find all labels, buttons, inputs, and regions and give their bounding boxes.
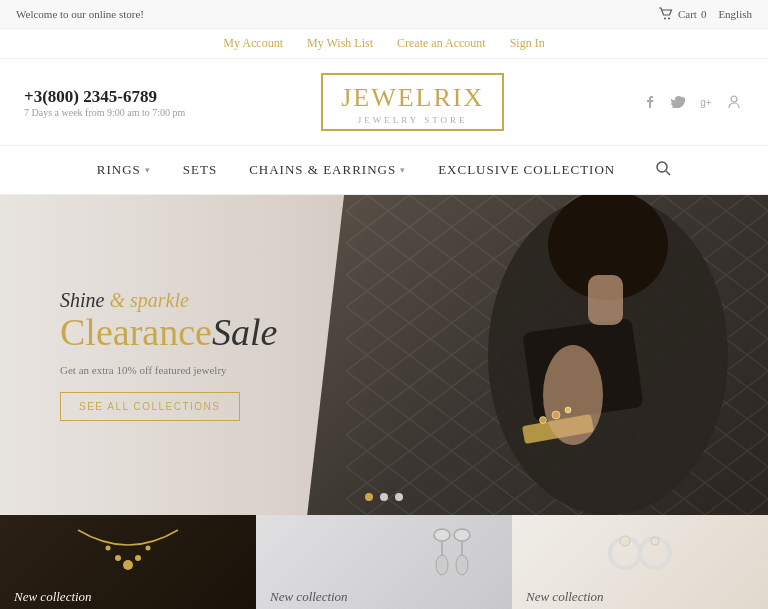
facebook-icon[interactable] <box>640 92 660 112</box>
logo-accent: RIX <box>433 83 484 112</box>
nav-exclusive-label: EXCLUSIVE COLLECTION <box>438 162 615 178</box>
hero-dot-2[interactable] <box>380 493 388 501</box>
nav-chains-earrings[interactable]: CHAINS & EARRINGS ▾ <box>249 146 406 194</box>
cart-icon <box>658 6 674 22</box>
svg-point-15 <box>123 560 133 570</box>
product-card-1-label: New collection <box>14 589 242 605</box>
cart-wrap[interactable]: Cart 0 <box>658 6 706 22</box>
svg-point-19 <box>146 546 151 551</box>
svg-point-17 <box>135 555 141 561</box>
svg-point-29 <box>651 537 659 545</box>
svg-point-3 <box>657 162 667 172</box>
logo[interactable]: JEWELRIX Jewelry store <box>321 73 504 131</box>
svg-point-16 <box>115 555 121 561</box>
svg-point-11 <box>565 407 571 413</box>
google-plus-icon[interactable]: g+ <box>696 92 716 112</box>
phone-number: +3(800) 2345-6789 <box>24 87 185 107</box>
top-bar-right: Cart 0 English <box>658 6 752 22</box>
svg-point-28 <box>620 536 630 546</box>
top-bar: Welcome to our online store! Cart 0 Engl… <box>0 0 768 29</box>
sign-in-link[interactable]: Sign In <box>510 36 545 51</box>
nav-rings[interactable]: RINGS ▾ <box>97 146 151 194</box>
svg-point-12 <box>540 417 547 424</box>
twitter-icon[interactable] <box>668 92 688 112</box>
business-hours: 7 Days a week from 9:00 am to 7:00 pm <box>24 107 185 118</box>
hero-dot-1[interactable] <box>365 493 373 501</box>
svg-point-22 <box>436 555 448 575</box>
header: +3(800) 2345-6789 7 Days a week from 9:0… <box>0 59 768 146</box>
hero-sale-word: Sale <box>212 311 277 353</box>
logo-main: JEWEL <box>341 83 433 112</box>
language-selector[interactable]: English <box>718 8 752 20</box>
ring-decoration <box>600 523 680 583</box>
cart-count: 0 <box>701 8 707 20</box>
svg-point-20 <box>434 529 450 541</box>
nav-rings-label: RINGS <box>97 162 141 178</box>
svg-point-0 <box>664 18 666 20</box>
hero-banner: Shine & sparkle ClearanceSale Get an ext… <box>0 195 768 515</box>
logo-text: JEWELRIX <box>341 83 484 113</box>
nav-chains-earrings-label: CHAINS & EARRINGS <box>249 162 396 178</box>
nav-rings-chevron: ▾ <box>145 165 151 175</box>
hero-clearance-word: Clearance <box>60 311 212 353</box>
svg-point-23 <box>454 529 470 541</box>
hero-person-silhouette <box>378 195 728 515</box>
svg-point-18 <box>106 546 111 551</box>
product-card-3[interactable]: New collection <box>512 515 768 609</box>
svg-point-10 <box>552 411 560 419</box>
hero-sparkle-text: & sparkle <box>109 289 188 311</box>
earring-decoration <box>422 520 482 590</box>
hero-content: Shine & sparkle ClearanceSale Get an ext… <box>0 289 277 421</box>
hero-dot-3[interactable] <box>395 493 403 501</box>
nav-sets[interactable]: SETS <box>183 146 217 194</box>
hero-cta-button[interactable]: SEE ALL COLLECTIONS <box>60 392 240 421</box>
svg-point-9 <box>543 345 603 445</box>
necklace-decoration <box>68 520 188 580</box>
svg-point-1 <box>668 18 670 20</box>
nav-links-bar: My Account My Wish List Create an Accoun… <box>0 29 768 59</box>
nav-exclusive[interactable]: EXCLUSIVE COLLECTION <box>438 146 615 194</box>
welcome-text: Welcome to our online store! <box>16 8 144 20</box>
social-icons: g+ <box>640 92 744 112</box>
logo-subtitle: Jewelry store <box>358 115 468 125</box>
create-account-link[interactable]: Create an Account <box>397 36 486 51</box>
product-card-2-label: New collection <box>270 589 498 605</box>
product-card-3-label: New collection <box>526 589 754 605</box>
cart-label: Cart <box>678 8 697 20</box>
user-icon[interactable] <box>724 92 744 112</box>
svg-rect-14 <box>588 275 623 325</box>
product-card-1[interactable]: New collection <box>0 515 256 609</box>
hero-shine-text: Shine & sparkle <box>60 289 277 312</box>
product-card-2[interactable]: New collection <box>256 515 512 609</box>
nav-chains-chevron: ▾ <box>400 165 406 175</box>
search-button[interactable] <box>655 160 671 180</box>
nav-sets-label: SETS <box>183 162 217 178</box>
svg-point-25 <box>456 555 468 575</box>
my-account-link[interactable]: My Account <box>223 36 283 51</box>
svg-point-2 <box>731 96 737 102</box>
wish-list-link[interactable]: My Wish List <box>307 36 373 51</box>
hero-description: Get an extra 10% off featured jewelry <box>60 364 277 376</box>
svg-line-4 <box>666 171 670 175</box>
products-preview-row: New collection New collection New collec… <box>0 515 768 609</box>
hero-carousel-dots <box>365 493 403 501</box>
hero-headline: ClearanceSale <box>60 312 277 354</box>
main-nav: RINGS ▾ SETS CHAINS & EARRINGS ▾ EXCLUSI… <box>0 146 768 195</box>
header-contact: +3(800) 2345-6789 7 Days a week from 9:0… <box>24 87 185 118</box>
